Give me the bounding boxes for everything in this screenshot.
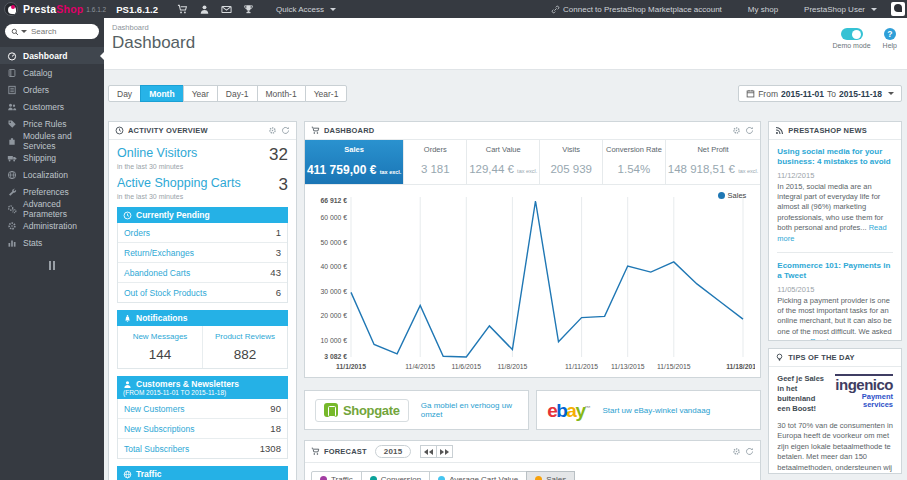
pending-orders-link[interactable]: Orders — [124, 228, 150, 238]
active-carts-link[interactable]: Active Shopping Carts — [117, 176, 241, 190]
gear-icon — [268, 126, 277, 135]
kpi-tab-sales[interactable]: Sales 411 759,00 € tax excl. — [305, 140, 404, 184]
date-from: 2015-11-01 — [781, 89, 824, 99]
sidebar-item-advanced-parameters[interactable]: Advanced Parameters — [0, 200, 104, 217]
kpi-tab-visits[interactable]: Visits 205 939 — [540, 140, 603, 184]
forecast-year: 2015 — [375, 445, 412, 458]
news-article-title[interactable]: Using social media for your business: 4 … — [777, 147, 893, 168]
ebay-link[interactable]: Start uw eBay-winkel vandaag — [602, 406, 710, 415]
ebay-banner[interactable]: ebay™ Start uw eBay-winkel vandaag — [536, 390, 761, 430]
panel-refresh-button[interactable] — [745, 447, 754, 456]
search-icon — [11, 28, 19, 36]
shopgate-link[interactable]: Ga mobiel en verhoog uw omzet — [421, 401, 518, 419]
brand-name[interactable]: PrestaShop — [23, 3, 83, 15]
panel-settings-button[interactable] — [268, 126, 277, 135]
toggle-traffic[interactable]: Traffic — [311, 471, 362, 480]
user-menu[interactable]: PrestaShop User — [804, 5, 877, 14]
demo-mode-label: Demo mode — [832, 42, 870, 49]
truck-icon — [7, 153, 17, 163]
sidebar-item-localization[interactable]: Localization — [0, 166, 104, 183]
date-range-picker[interactable]: From 2015-11-01 To 2015-11-18 — [738, 85, 902, 102]
quick-access-menu[interactable]: Quick Access — [276, 5, 336, 14]
sidebar-item-shipping[interactable]: Shipping — [0, 149, 104, 166]
panel-refresh-button[interactable] — [281, 126, 290, 135]
range-year-1-button[interactable]: Year-1 — [305, 85, 348, 102]
out-of-stock-link[interactable]: Out of Stock Products — [124, 288, 207, 298]
marketplace-link[interactable]: Connect to PrestaShop Marketplace accoun… — [551, 5, 722, 14]
sidebar-item-catalog[interactable]: Catalog — [0, 64, 104, 81]
toggle-sales[interactable]: Sales — [526, 471, 575, 480]
gauge-icon — [7, 51, 17, 61]
sidebar-item-preferences[interactable]: Preferences — [0, 183, 104, 200]
kpi-tab-conversion-rate[interactable]: Conversion Rate 1.54% — [603, 140, 666, 184]
panel-settings-button[interactable] — [732, 447, 741, 456]
toggle-average-cart-value[interactable]: Average Cart Value — [429, 471, 527, 480]
news-article: Using social media for your business: 4 … — [777, 147, 893, 244]
sales-chart-container: Sales 66 912 €60 000 €50 000 €40 000 €30… — [305, 185, 760, 377]
new-customers-link[interactable]: New Customers — [124, 404, 184, 414]
kpi-tab-orders[interactable]: Orders 3 181 — [404, 140, 467, 184]
wrench-icon — [7, 187, 17, 197]
my-shop-link[interactable]: My shop — [748, 5, 778, 14]
new-subscriptions-link[interactable]: New Subscriptions — [124, 424, 194, 434]
envelope-icon[interactable] — [216, 4, 238, 15]
new-messages-link[interactable]: New Messages — [133, 332, 188, 341]
prestashop-logo-icon[interactable] — [4, 2, 18, 16]
sidebar-collapse-button[interactable] — [0, 261, 104, 270]
ingenico-logo: ingenico Paymentservices — [835, 374, 893, 415]
bell-icon — [123, 314, 132, 323]
notifications-header: Notifications — [117, 310, 288, 326]
toggle-conversion[interactable]: Conversion — [361, 471, 430, 480]
refresh-icon — [745, 126, 754, 135]
sidebar-item-stats[interactable]: Stats — [0, 234, 104, 251]
sidebar-item-modules[interactable]: Modules and Services — [0, 132, 104, 149]
panel-refresh-button[interactable] — [745, 126, 754, 135]
avg-cart-value-dot — [438, 476, 445, 480]
news-article-title[interactable]: Ecommerce 101: Payments in a Tweet — [777, 261, 893, 282]
shopgate-banner[interactable]: Shopgate Ga mobiel en verhoog uw omzet — [304, 390, 529, 430]
trophy-icon[interactable] — [238, 4, 260, 15]
demo-mode-toggle[interactable] — [841, 28, 863, 40]
kpi-tab-cart-value[interactable]: Cart Value 129,44 € tax excl. — [467, 140, 540, 184]
sidebar-item-customers[interactable]: Customers — [0, 98, 104, 115]
sidebar-item-price-rules[interactable]: Price Rules — [0, 115, 104, 132]
search-input[interactable] — [31, 27, 89, 36]
chevron-down-icon — [21, 30, 27, 33]
panel-settings-button[interactable] — [732, 126, 741, 135]
avatar[interactable] — [891, 2, 905, 16]
news-article-date: 11/05/2015 — [777, 285, 893, 294]
help-label: Help — [883, 42, 897, 49]
sidebar-search[interactable] — [5, 24, 99, 39]
conversion-dot — [370, 476, 377, 480]
dashboard-panel: DASHBOARD Sales 411 759,00 € tax excl. O… — [304, 121, 761, 378]
activity-overview-panel: ACTIVITY OVERVIEW Online Visitors 32 in … — [108, 121, 297, 480]
online-visitors-link[interactable]: Online Visitors — [117, 146, 197, 160]
product-reviews-link[interactable]: Product Reviews — [215, 332, 275, 341]
cart-icon[interactable] — [172, 4, 194, 15]
sidebar-item-orders[interactable]: Orders — [0, 81, 104, 98]
read-more-link[interactable]: Read more — [810, 337, 847, 341]
range-day-1-button[interactable]: Day-1 — [217, 85, 258, 102]
table-row: New Subscriptions18 — [118, 418, 287, 438]
range-year-button[interactable]: Year — [183, 85, 218, 102]
kpi-tab-net-profit[interactable]: Net Profit 148 918,51 € tax excl. — [666, 140, 761, 184]
abandoned-carts-link[interactable]: Abandoned Carts — [124, 268, 190, 278]
cogs-icon — [7, 204, 17, 214]
pending-returns-link[interactable]: Return/Exchanges — [124, 248, 194, 258]
forecast-prev-button[interactable] — [420, 445, 437, 458]
forecast-next-button[interactable] — [436, 445, 453, 458]
total-subscribers-link[interactable]: Total Subscribers — [124, 444, 189, 454]
new-messages-value: 144 — [120, 347, 200, 362]
sidebar-item-administration[interactable]: Administration — [0, 217, 104, 234]
sidebar-item-dashboard[interactable]: Dashboard — [0, 47, 104, 64]
refresh-icon — [745, 447, 754, 456]
ebay-logo: ebay™ — [547, 401, 590, 420]
forecast-toggle-group: Traffic Conversion Average Cart Value Sa… — [305, 463, 760, 480]
range-day-button[interactable]: Day — [108, 85, 141, 102]
range-month-1-button[interactable]: Month-1 — [257, 85, 306, 102]
user-icon[interactable] — [194, 4, 216, 15]
news-article: Ecommerce 101: Payments in a Tweet 11/05… — [777, 252, 893, 341]
tips-panel-title: TIPS OF THE DAY — [788, 353, 854, 362]
range-month-button[interactable]: Month — [140, 85, 184, 102]
help-icon[interactable]: ? — [884, 28, 896, 40]
